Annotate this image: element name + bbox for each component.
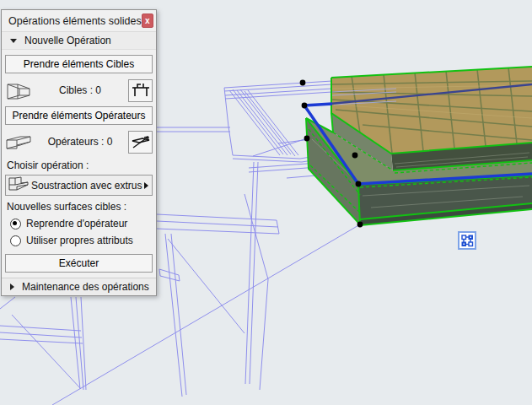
operator-solid-icon — [5, 130, 32, 154]
app-window: Opérations éléments solides x Nouvelle O… — [0, 0, 532, 405]
pick-operator-button[interactable] — [128, 131, 153, 154]
collapse-triangle-icon — [10, 39, 17, 43]
take-targets-button[interactable]: Prendre éléments Cibles — [5, 55, 153, 73]
take-operators-button[interactable]: Prendre éléments Opérateurs — [5, 106, 153, 125]
radio-own-attributes[interactable]: Utiliser propres attributs — [10, 233, 153, 248]
radio-own-attributes-label: Utiliser propres attributs — [26, 235, 133, 246]
selected-slab[interactable] — [306, 67, 532, 225]
operators-row: Opérateurs : 0 — [5, 129, 153, 154]
expand-triangle-icon — [10, 284, 14, 290]
radio-button[interactable] — [10, 235, 21, 246]
operation-dropdown-value: Soustraction avec extrusi... — [31, 180, 142, 192]
targets-count: Cibles : 0 — [32, 84, 128, 96]
palette-title: Opérations éléments solides — [8, 15, 142, 27]
pick-operator-icon — [132, 134, 150, 149]
solid-operations-palette: Opérations éléments solides x Nouvelle O… — [1, 9, 157, 296]
target-solid-icon — [5, 78, 32, 102]
palette-titlebar[interactable]: Opérations éléments solides x — [2, 10, 156, 32]
operation-dropdown[interactable]: Soustraction avec extrusi... — [5, 175, 153, 196]
section-maintenance-label: Maintenance des opérations — [22, 281, 149, 293]
radio-inherit-operator-label: Reprendre d'opérateur — [26, 218, 127, 230]
pick-target-icon — [132, 83, 150, 98]
subtract-operation-icon — [8, 175, 30, 196]
new-surfaces-label: Nouvelles surfaces cibles : — [7, 201, 153, 213]
targets-row: Cibles : 0 — [5, 78, 153, 103]
section-new-operation-label: Nouvelle Opération — [24, 35, 111, 46]
palette-content: Prendre éléments Cibles Cibles : 0 — [2, 50, 156, 275]
choose-operation-label: Choisir opération : — [7, 159, 153, 171]
radio-inherit-operator[interactable]: Reprendre d'opérateur — [10, 216, 153, 231]
marquee-badge-icon[interactable] — [459, 232, 476, 249]
section-new-operation[interactable]: Nouvelle Opération — [2, 32, 156, 50]
operators-count: Opérateurs : 0 — [32, 136, 128, 148]
radio-button[interactable] — [10, 219, 21, 230]
close-button[interactable]: x — [142, 14, 153, 28]
dropdown-arrow-icon — [144, 182, 148, 189]
pick-target-button[interactable] — [128, 79, 153, 102]
execute-button[interactable]: Exécuter — [5, 254, 153, 273]
section-maintenance[interactable]: Maintenance des opérations — [2, 278, 156, 295]
